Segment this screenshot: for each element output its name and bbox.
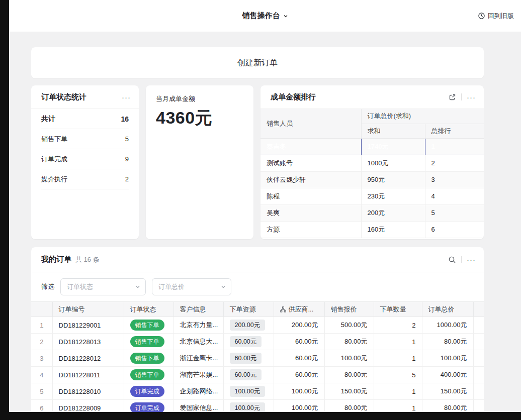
rank-sum: 1740元	[361, 138, 425, 155]
history-clock-icon	[478, 12, 485, 20]
total-cell: 100.00元	[422, 350, 473, 367]
status-label: 共计	[41, 115, 55, 124]
qty-cell: 1	[374, 383, 422, 400]
ranking-row[interactable]: 测试账号 1000元 2	[260, 155, 484, 171]
row-number: 5	[31, 383, 52, 400]
resource-tag: 60.00元	[230, 369, 262, 380]
extra-cell	[473, 350, 484, 367]
rank-sum: 230元	[361, 188, 425, 204]
rank-col-sum: 求和	[361, 124, 425, 138]
order-row[interactable]: 4 DD181228011 销售下单 湖南芒果娱... 60.00元 60.00…	[31, 367, 484, 383]
extra-cell	[473, 383, 484, 400]
orders-table: 订单编号 订单状态 客户信息 下单资源 供应商... 销售报价 下单数量 订单	[31, 301, 484, 412]
search-icon[interactable]	[448, 256, 456, 264]
app-window: 销售操作台 回到旧版 创建新订单 订单状态统计 ··· 共计	[9, 0, 521, 412]
order-row[interactable]: 6 DD181228009 订单完成 爱国家信息... 100.00元 100.…	[31, 400, 484, 412]
rank-sum: 950元	[361, 171, 425, 188]
order-row[interactable]: 3 DD181228012 销售下单 浙江金鹰卡... 60.00元 60.00…	[31, 350, 484, 367]
col-customer: 客户信息	[173, 302, 223, 317]
ranking-row[interactable]: 吴爽 200元 5	[260, 204, 484, 221]
rank-name: 方源	[260, 221, 361, 238]
rank-name: 秦吉冬	[260, 138, 361, 155]
monthly-amount-value: 4360元	[156, 107, 243, 130]
status-row: 销售下单 5	[41, 129, 129, 149]
order-id: DD181229001	[52, 317, 124, 334]
status-row-total: 共计 16	[41, 109, 129, 129]
quote-cell: 150.00元	[324, 383, 374, 400]
more-icon[interactable]: ···	[467, 93, 476, 101]
back-to-old-version-link[interactable]: 回到旧版	[478, 0, 514, 32]
supplier-cell: 60.00元	[274, 350, 324, 367]
col-supplier: 供应商...	[274, 302, 324, 317]
rank-sum: 160元	[361, 221, 425, 238]
more-icon[interactable]: ···	[122, 93, 131, 101]
orders-count: 共 16 条	[75, 255, 100, 264]
resource-tag: 60.00元	[230, 353, 262, 364]
total-cell: 80.00元	[422, 334, 473, 350]
divider	[461, 256, 462, 263]
col-extra	[473, 302, 484, 317]
filter-order-status-select[interactable]: 订单状态	[60, 278, 146, 295]
rank-col-rank: 总排行	[425, 124, 484, 138]
filter-order-total-select[interactable]: 订单总价	[152, 278, 231, 295]
create-order-button[interactable]: 创建新订单	[31, 47, 484, 78]
status-badge: 销售下单	[130, 369, 164, 380]
row-number: 4	[31, 367, 52, 383]
order-row[interactable]: 5 DD181228010 订单完成 企划路网络... 100.00元 100.…	[31, 383, 484, 400]
total-cell: 1000.00元	[422, 317, 473, 334]
rank-rank: 2	[425, 155, 484, 171]
my-orders-card: 我的订单 共 16 条 ··· 筛选 订单状态 订单总价	[31, 247, 484, 412]
col-total: 订单总价	[422, 302, 473, 317]
extra-cell	[473, 317, 484, 334]
rank-col-total: 订单总价(求和)	[361, 109, 484, 124]
more-icon[interactable]: ···	[467, 256, 476, 263]
status-badge: 订单完成	[130, 386, 164, 397]
filter-placeholder: 订单总价	[158, 282, 185, 291]
workspace-switcher[interactable]: 销售操作台	[242, 11, 288, 21]
status-badge: 销售下单	[130, 336, 164, 347]
ranking-row[interactable]: 陈程 230元 4	[260, 188, 484, 204]
ranking-row[interactable]: 伙伴云魏少轩 950元 3	[260, 171, 484, 188]
chevron-down-icon	[221, 284, 226, 289]
quote-cell: 100.00元	[324, 350, 374, 367]
qty-cell: 1	[374, 334, 422, 350]
supplier-cell: 100.00元	[274, 400, 324, 412]
rank-name: 伙伴云魏少轩	[260, 171, 361, 188]
resource-tag: 60.00元	[230, 336, 262, 347]
extra-cell	[473, 367, 484, 383]
status-value: 5	[125, 135, 129, 143]
filter-label: 筛选	[41, 282, 54, 291]
col-resource: 下单资源	[223, 302, 274, 317]
order-id: DD181228011	[52, 367, 124, 383]
rank-rank: 3	[425, 171, 484, 188]
order-row[interactable]: 1 DD181229001 销售下单 北京有力量... 200.00元 200.…	[31, 317, 484, 334]
ranking-row[interactable]: 方源 160元 6	[260, 221, 484, 238]
rank-sum: 200元	[361, 204, 425, 221]
order-id: DD181228012	[52, 350, 124, 367]
quote-cell: 80.00元	[324, 367, 374, 383]
status-badge: 销售下单	[130, 353, 164, 364]
quote-cell: 80.00元	[324, 400, 374, 412]
status-label: 销售下单	[41, 135, 67, 144]
order-status-card-title: 订单状态统计	[41, 92, 86, 102]
quote-cell: 80.00元	[324, 334, 374, 350]
filter-bar: 筛选 订单状态 订单总价	[31, 272, 484, 301]
export-icon[interactable]	[449, 93, 456, 101]
rank-rank: 4	[425, 188, 484, 204]
row-number: 1	[31, 317, 52, 334]
total-cell: 80.00元	[422, 400, 473, 412]
total-cell: 150.00元	[422, 383, 473, 400]
ranking-row[interactable]: 秦吉冬 1740元 1	[260, 138, 484, 155]
customer-cell: 企划路网络...	[173, 383, 223, 400]
page-title: 销售操作台	[242, 11, 280, 21]
status-row: 订单完成 9	[41, 149, 129, 169]
chevron-down-icon	[135, 284, 140, 289]
status-value: 2	[125, 175, 129, 183]
supplier-cell: 60.00元	[274, 367, 324, 383]
qty-cell: 1	[374, 400, 422, 412]
ranking-card-title: 成单金额排行	[271, 92, 316, 102]
lookup-relation-icon	[280, 306, 286, 312]
resource-tag: 100.00元	[230, 386, 266, 397]
order-row[interactable]: 2 DD181228013 销售下单 北京信息大... 60.00元 60.00…	[31, 334, 484, 350]
status-badge: 销售下单	[130, 320, 164, 331]
